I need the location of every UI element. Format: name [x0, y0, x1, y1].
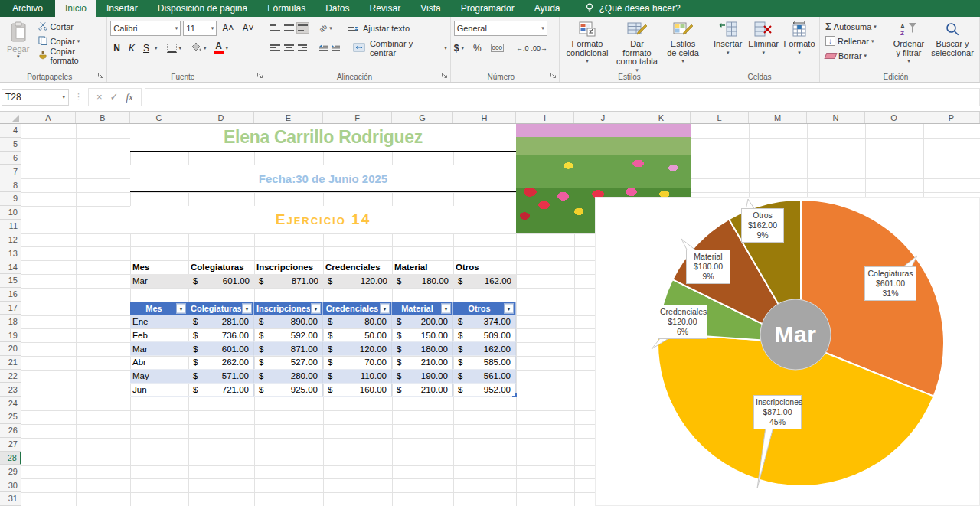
table-cell[interactable]: $200.00 — [392, 315, 453, 328]
table-cell[interactable]: $280.00 — [254, 370, 323, 384]
row-header-7[interactable]: 7 — [0, 165, 21, 178]
table-cell[interactable]: $527.00 — [254, 356, 323, 370]
table-cell[interactable]: Material — [392, 260, 453, 274]
fill-button[interactable]: ↓ Rellenar ▾ — [823, 34, 889, 48]
decrease-decimal-icon[interactable]: .00→ — [531, 44, 547, 52]
autosum-button[interactable]: Σ Autosuma ▾ — [823, 19, 889, 34]
table-cell[interactable]: $871.00 — [254, 274, 323, 288]
table-cell[interactable]: $736.00 — [188, 328, 254, 342]
table-cell[interactable]: Jun — [130, 384, 188, 397]
table-cell[interactable]: $160.00 — [323, 384, 392, 397]
table-cell[interactable]: $190.00 — [392, 370, 453, 384]
table-cell[interactable]: $925.00 — [254, 384, 323, 397]
table-cell[interactable]: Ene — [130, 315, 188, 328]
increase-indent-icon[interactable] — [331, 43, 341, 53]
ribbon-tab-disposici-n-de-p-gina[interactable]: Disposición de página — [148, 0, 257, 17]
column-header-L[interactable]: L — [691, 112, 749, 123]
increase-font-button[interactable]: A˄ — [219, 23, 237, 34]
column-header-J[interactable]: J — [574, 112, 632, 123]
table-cell[interactable]: $890.00 — [254, 315, 323, 328]
clear-button[interactable]: Borrar ▾ — [823, 48, 889, 63]
font-size-select[interactable]: 11 ▾ — [183, 21, 217, 36]
row-header-30[interactable]: 30 — [0, 478, 21, 492]
row-header-19[interactable]: 19 — [0, 328, 21, 342]
filter-dropdown-button[interactable]: ▼ — [176, 303, 186, 313]
row-header-20[interactable]: 20 — [0, 342, 21, 356]
row-header-29[interactable]: 29 — [0, 465, 21, 478]
cells-area[interactable]: Elena Carrillo RodriguezFecha:30 de Juni… — [21, 124, 980, 506]
ribbon-tab-inicio[interactable]: Inicio — [55, 0, 96, 17]
dialog-launcher-icon[interactable] — [256, 71, 263, 80]
table-cell[interactable]: $162.00 — [453, 274, 516, 288]
comma-format-button[interactable]: 000 — [491, 44, 504, 52]
sort-filter-button[interactable]: AZ Ordenar y filtrar ▾ — [889, 19, 929, 64]
table-cell[interactable]: $601.00 — [188, 274, 254, 288]
table-cell[interactable]: $70.00 — [323, 356, 392, 370]
column-header-K[interactable]: K — [632, 112, 691, 123]
filter-dropdown-button[interactable]: ▼ — [441, 303, 451, 313]
table-cell[interactable]: $374.00 — [453, 315, 516, 328]
table-cell[interactable]: $50.00 — [323, 328, 392, 342]
table-cell[interactable]: $180.00 — [392, 274, 453, 288]
table-cell[interactable]: $592.00 — [254, 328, 323, 342]
table-cell[interactable]: Feb — [130, 328, 188, 342]
row-header-5[interactable]: 5 — [0, 138, 21, 152]
table-cell[interactable]: $210.00 — [392, 356, 453, 370]
row-header-8[interactable]: 8 — [0, 178, 21, 192]
column-header-E[interactable]: E — [254, 112, 323, 123]
filter-dropdown-button[interactable]: ▼ — [380, 303, 390, 313]
name-box[interactable]: T28 ▾ — [2, 89, 69, 106]
table-cell[interactable]: $561.00 — [453, 370, 516, 384]
ribbon-tab-vista[interactable]: Vista — [410, 0, 450, 17]
font-name-select[interactable]: Calibri ▾ — [110, 21, 181, 36]
table-header-cell[interactable]: Material▼ — [392, 302, 453, 315]
row-header-21[interactable]: 21 — [0, 356, 21, 370]
row-header-12[interactable]: 12 — [0, 233, 21, 247]
column-header-F[interactable]: F — [323, 112, 392, 123]
row-header-17[interactable]: 17 — [0, 302, 21, 315]
table-cell[interactable]: $585.00 — [453, 356, 516, 370]
decrease-indent-icon[interactable] — [318, 43, 328, 53]
table-cell[interactable]: $162.00 — [453, 342, 516, 356]
number-format-select[interactable]: General ▾ — [454, 21, 547, 36]
filter-dropdown-button[interactable]: ▼ — [242, 303, 252, 313]
ribbon-tab-insertar[interactable]: Insertar — [96, 0, 148, 17]
table-cell[interactable]: $601.00 — [188, 342, 254, 356]
find-select-button[interactable]: Buscar y seleccionar — [929, 19, 976, 57]
ribbon-tab-f-rmulas[interactable]: Fórmulas — [257, 0, 315, 17]
decrease-font-button[interactable]: A˅ — [239, 23, 256, 34]
table-header-cell[interactable]: Mes▼ — [130, 302, 188, 315]
column-header-P[interactable]: P — [923, 112, 980, 123]
row-header-23[interactable]: 23 — [0, 383, 21, 397]
formula-input[interactable] — [145, 88, 980, 106]
table-header-cell[interactable]: Credenciales▼ — [323, 302, 392, 315]
column-header-G[interactable]: G — [392, 112, 453, 123]
merge-center-button[interactable]: Combinar y centrar — [368, 38, 442, 58]
row-header-26[interactable]: 26 — [0, 424, 21, 438]
font-color-icon[interactable]: A — [214, 42, 224, 54]
row-header-6[interactable]: 6 — [0, 152, 21, 165]
column-header-B[interactable]: B — [76, 112, 130, 123]
table-cell[interactable]: $281.00 — [188, 315, 254, 328]
table-cell[interactable]: Colegiaturas — [188, 260, 254, 274]
row-header-24[interactable]: 24 — [0, 397, 21, 410]
table-header-cell[interactable]: Inscripciones▼ — [254, 302, 323, 315]
bold-button[interactable]: N — [110, 43, 123, 54]
pie-chart-panel[interactable]: MarColegiaturas$601.0031%Inscripciones$8… — [595, 197, 980, 506]
filter-dropdown-button[interactable]: ▼ — [504, 303, 514, 313]
table-cell[interactable]: $120.00 — [323, 342, 392, 356]
row-header-11[interactable]: 11 — [0, 220, 21, 233]
column-header-M[interactable]: M — [749, 112, 807, 123]
insert-cells-button[interactable]: Insertar ▾ — [710, 19, 745, 55]
column-header-H[interactable]: H — [453, 112, 516, 123]
percent-format-button[interactable]: % — [473, 43, 482, 54]
table-cell[interactable]: $571.00 — [188, 370, 254, 384]
cut-button[interactable]: Cortar — [36, 19, 103, 34]
table-cell[interactable]: Otros — [453, 260, 516, 274]
table-cell[interactable]: $210.00 — [392, 384, 453, 397]
table-cell[interactable]: $120.00 — [323, 274, 392, 288]
table-cell[interactable]: Mar — [130, 342, 188, 356]
row-header-10[interactable]: 10 — [0, 206, 21, 220]
table-cell[interactable]: $871.00 — [254, 342, 323, 356]
align-center-icon[interactable] — [283, 43, 295, 53]
